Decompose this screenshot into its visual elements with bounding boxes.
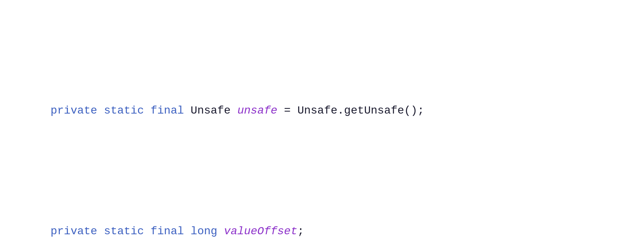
keyword-static: static	[104, 104, 151, 117]
method-getunsafe: getUnsafe	[344, 104, 404, 117]
var-unsafe: unsafe	[237, 104, 278, 117]
code-display: private static final Unsafe unsafe = Uns…	[24, 16, 620, 243]
paren-1: ();	[404, 104, 424, 117]
code-line-1: private static final Unsafe unsafe = Uns…	[24, 85, 620, 137]
keyword-private-2: private	[50, 225, 104, 237]
keyword-final-2: final	[150, 225, 191, 237]
type-unsafe: Unsafe	[191, 104, 237, 117]
keyword-long: long	[191, 225, 224, 237]
keyword-final: final	[150, 104, 191, 117]
code-line-2: private static final long valueOffset;	[24, 205, 620, 243]
plain-1: = Unsafe.	[278, 104, 344, 117]
keyword-static-2: static	[104, 225, 151, 237]
var-valueoffset: valueOffset	[224, 225, 297, 237]
semicolon-2: ;	[297, 225, 304, 237]
keyword-private: private	[50, 104, 104, 117]
